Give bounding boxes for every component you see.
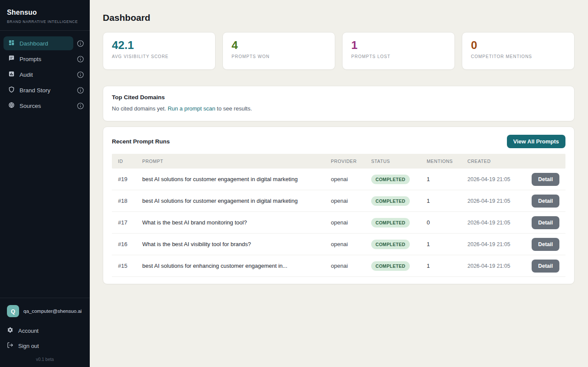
column-header-id: ID xyxy=(118,159,142,164)
stats-grid: 42.1 AVG VISIBILITY SCORE 4 PROMPTS WON … xyxy=(103,32,575,70)
row-id: #17 xyxy=(118,219,142,226)
row-id: #19 xyxy=(118,176,142,182)
detail-button[interactable]: Detail xyxy=(532,173,559,186)
sidebar-item-label: Brand Story xyxy=(20,87,50,94)
recent-title: Recent Prompt Runs xyxy=(112,138,170,145)
row-provider: openai xyxy=(331,176,371,182)
table-row: #19 best AI solutions for customer engag… xyxy=(112,169,565,190)
table-row: #15 best AI solutions for enhancing cust… xyxy=(112,255,565,277)
prompt-runs-rows: #19 best AI solutions for customer engag… xyxy=(112,169,565,277)
user-info: Q qa_computer@shensuo.ai xyxy=(7,305,83,317)
info-icon[interactable] xyxy=(76,55,85,63)
stat-label: COMPETITOR MENTIONS xyxy=(471,54,565,59)
stat-card-prompts-lost: 1 PROMPTS LOST xyxy=(342,32,455,70)
sidebar-item-brand-story[interactable]: Brand Story xyxy=(3,83,73,97)
empty-suffix: to see results. xyxy=(215,105,252,112)
row-prompt: best AI solutions for enhancing customer… xyxy=(142,263,331,269)
sidebar-item-label: Audit xyxy=(20,71,33,78)
stat-label: PROMPTS LOST xyxy=(351,54,446,59)
top-cited-empty-text: No cited domains yet. Run a prompt scan … xyxy=(112,105,565,112)
row-id: #15 xyxy=(118,263,142,269)
account-button[interactable]: Account xyxy=(7,327,39,335)
stat-card-competitor-mentions: 0 COMPETITOR MENTIONS xyxy=(462,32,575,70)
stat-label: PROMPTS WON xyxy=(232,54,326,59)
user-email: qa_computer@shensuo.ai xyxy=(23,309,82,314)
detail-button[interactable]: Detail xyxy=(532,260,559,273)
recent-prompt-runs-panel: Recent Prompt Runs View All Prompts ID P… xyxy=(103,127,575,284)
stat-label: AVG VISIBILITY SCORE xyxy=(112,54,206,59)
row-provider: openai xyxy=(331,219,371,226)
prompt-runs-table: ID PROMPT PROVIDER STATUS MENTIONS CREAT… xyxy=(112,154,565,277)
row-created: 2026-04-19 21:05 xyxy=(467,220,529,226)
column-header-provider: PROVIDER xyxy=(331,159,371,164)
row-mentions: 1 xyxy=(427,198,467,204)
bar-chart-icon xyxy=(8,71,15,78)
row-prompt: best AI solutions for customer engagemen… xyxy=(142,176,331,182)
sidebar-item-dashboard[interactable]: Dashboard xyxy=(3,36,73,50)
sidebar-item-label: Prompts xyxy=(20,56,41,62)
row-created: 2026-04-19 21:05 xyxy=(467,241,529,247)
stat-value: 42.1 xyxy=(112,39,206,52)
row-action: Detail xyxy=(529,238,559,251)
info-icon[interactable] xyxy=(76,101,85,110)
row-status: COMPLETED xyxy=(371,175,427,184)
top-cited-domains-panel: Top Cited Domains No cited domains yet. … xyxy=(103,86,575,121)
status-badge: COMPLETED xyxy=(371,261,410,271)
info-icon[interactable] xyxy=(76,70,85,79)
sidebar-item-label: Sources xyxy=(20,103,41,109)
sidebar-item-audit[interactable]: Audit xyxy=(3,68,73,81)
row-created: 2026-04-19 21:05 xyxy=(467,198,529,204)
stat-card-prompts-won: 4 PROMPTS WON xyxy=(222,32,335,70)
account-label: Account xyxy=(18,328,39,334)
nav-row-brand-story: Brand Story xyxy=(3,83,86,97)
brand-name: Shensuo xyxy=(7,9,83,16)
chat-icon xyxy=(8,55,15,63)
status-badge: COMPLETED xyxy=(371,240,410,249)
stat-card-avg-visibility: 42.1 AVG VISIBILITY SCORE xyxy=(103,32,216,70)
avatar: Q xyxy=(7,305,19,317)
sidebar-nav: Dashboard Prompts Audit xyxy=(0,31,90,114)
main-content: Dashboard 42.1 AVG VISIBILITY SCORE 4 PR… xyxy=(90,0,588,367)
view-all-prompts-button[interactable]: View All Prompts xyxy=(507,135,565,148)
row-prompt: What is the best AI brand monitoring too… xyxy=(142,219,331,226)
row-action: Detail xyxy=(529,195,559,208)
row-prompt: What is the best AI visibility tool for … xyxy=(142,241,331,247)
row-created: 2026-04-19 21:05 xyxy=(467,176,529,182)
table-header: ID PROMPT PROVIDER STATUS MENTIONS CREAT… xyxy=(112,154,565,169)
version-label: v0.1 beta xyxy=(7,357,83,362)
sidebar-footer: Q qa_computer@shensuo.ai Account Sign ou… xyxy=(0,298,90,367)
row-mentions: 1 xyxy=(427,263,467,269)
empty-prefix: No cited domains yet. xyxy=(112,105,168,112)
row-status: COMPLETED xyxy=(371,261,427,271)
detail-button[interactable]: Detail xyxy=(532,195,559,208)
detail-button[interactable]: Detail xyxy=(532,216,559,229)
row-status: COMPLETED xyxy=(371,196,427,206)
row-created: 2026-04-19 21:05 xyxy=(467,263,529,269)
globe-icon xyxy=(8,102,15,110)
row-mentions: 1 xyxy=(427,241,467,247)
row-mentions: 1 xyxy=(427,176,467,182)
row-mentions: 0 xyxy=(427,219,467,226)
run-prompt-scan-link[interactable]: Run a prompt scan xyxy=(168,105,216,112)
row-action: Detail xyxy=(529,173,559,186)
detail-button[interactable]: Detail xyxy=(532,238,559,251)
recent-header: Recent Prompt Runs View All Prompts xyxy=(112,135,565,148)
sidebar-item-prompts[interactable]: Prompts xyxy=(3,52,73,66)
page-title: Dashboard xyxy=(103,13,575,23)
row-provider: openai xyxy=(331,198,371,204)
shield-icon xyxy=(8,86,15,94)
status-badge: COMPLETED xyxy=(371,196,410,206)
row-id: #18 xyxy=(118,198,142,204)
logout-icon xyxy=(7,342,13,350)
row-action: Detail xyxy=(529,216,559,229)
info-icon[interactable] xyxy=(76,39,85,48)
info-icon[interactable] xyxy=(76,86,85,94)
stat-value: 0 xyxy=(471,39,565,52)
row-provider: openai xyxy=(331,263,371,269)
column-header-mentions: MENTIONS xyxy=(427,159,467,164)
status-badge: COMPLETED xyxy=(371,218,410,227)
dashboard-icon xyxy=(8,39,15,47)
column-header-created: CREATED xyxy=(467,159,529,164)
signout-button[interactable]: Sign out xyxy=(7,342,39,350)
sidebar-item-sources[interactable]: Sources xyxy=(3,99,73,113)
